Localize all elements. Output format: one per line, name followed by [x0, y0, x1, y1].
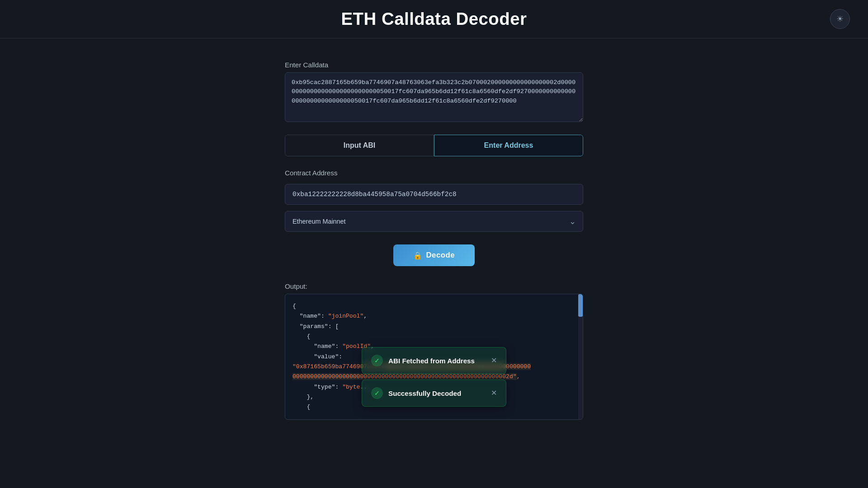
notification-decoded-close-button[interactable]: ✕ — [491, 389, 497, 397]
decode-btn-container: 🔒 Decode — [285, 244, 583, 266]
theme-toggle-button[interactable]: ☀ — [830, 9, 850, 29]
output-line-6: "value": — [314, 353, 346, 360]
decode-button-label: Decode — [426, 251, 455, 260]
notification-decoded-text: Successfully Decoded — [388, 389, 486, 397]
calldata-section: Enter Calldata 0xb95cac2887165b659ba7746… — [285, 61, 583, 124]
decode-button[interactable]: 🔒 Decode — [393, 244, 475, 266]
app-header: ETH Calldata Decoder ☀ — [0, 0, 868, 38]
notification-abi-text: ABI Fetched from Address — [388, 357, 486, 365]
output-line-1: { — [292, 303, 296, 310]
output-line-2: "name": — [300, 313, 328, 319]
network-select-wrapper: Ethereum Mainnet Polygon Arbitrum Optimi… — [285, 205, 583, 232]
output-line-4: { — [307, 333, 310, 340]
output-line-8: }, — [307, 394, 314, 400]
network-select[interactable]: Ethereum Mainnet Polygon Arbitrum Optimi… — [285, 211, 583, 232]
output-label: Output: — [285, 282, 583, 290]
notification-decoded-check-icon: ✓ — [371, 387, 383, 399]
output-line-7: "type": — [314, 384, 342, 390]
notification-abi-check-icon: ✓ — [371, 355, 383, 366]
contract-section: Contract Address Ethereum Mainnet Polygo… — [285, 169, 583, 232]
output-type-value: "byte — [342, 384, 360, 390]
tab-input-abi[interactable]: Input ABI — [285, 135, 434, 156]
output-scrollbar-thumb — [578, 294, 583, 317]
tab-container: Input ABI Enter Address — [285, 135, 583, 156]
notification-decoded: ✓ Successfully Decoded ✕ — [362, 380, 506, 407]
notification-abi-fetched: ✓ ABI Fetched from Address ✕ — [362, 347, 506, 374]
contract-label: Contract Address — [285, 169, 583, 177]
output-line-9: { — [307, 404, 310, 410]
page-title: ETH Calldata Decoder — [341, 9, 527, 29]
notification-abi-close-button[interactable]: ✕ — [491, 357, 497, 364]
calldata-input[interactable]: 0xb95cac2887165b659ba7746907a48763063efa… — [285, 72, 583, 122]
notifications-container: ✓ ABI Fetched from Address ✕ ✓ Successfu… — [362, 347, 506, 407]
sun-icon: ☀ — [836, 14, 844, 24]
output-line-5: "name": — [314, 343, 342, 350]
calldata-label: Enter Calldata — [285, 61, 583, 69]
lock-icon: 🔒 — [413, 251, 423, 260]
output-name-value: "joinPool" — [328, 313, 364, 319]
contract-address-input[interactable] — [285, 184, 583, 205]
output-line-3: "params": [ — [300, 323, 339, 330]
tab-enter-address[interactable]: Enter Address — [434, 135, 583, 156]
output-scrollbar[interactable] — [578, 294, 583, 419]
